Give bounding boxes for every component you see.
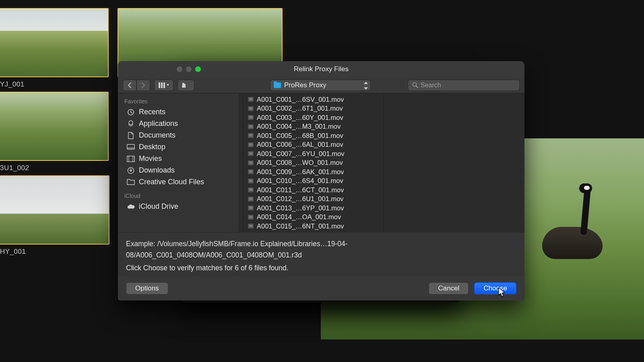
sidebar-item-label: Movies xyxy=(139,154,162,163)
sidebar-item-label: Desktop xyxy=(139,143,165,151)
sidebar-item-label: Downloads xyxy=(139,166,175,175)
svg-line-4 xyxy=(416,86,418,88)
path-popup[interactable]: ProRes Proxy xyxy=(270,80,371,91)
file-name: A001_C006_…6AL_001.mov xyxy=(257,141,343,148)
nav-back-button[interactable] xyxy=(123,80,136,91)
movie-file-icon xyxy=(248,197,254,202)
titlebar: Relink Proxy Files xyxy=(118,61,524,77)
file-row[interactable]: A001_C004_…M3_001.mov xyxy=(243,122,384,132)
search-input[interactable] xyxy=(421,82,515,89)
stepper-icon xyxy=(364,82,368,90)
file-row[interactable]: A001_C015_…6NT_001.mov xyxy=(243,222,384,231)
svg-point-3 xyxy=(413,83,417,86)
svg-rect-8 xyxy=(127,156,134,162)
file-name: A001_C003_…60Y_001.mov xyxy=(257,114,343,121)
clip-thumbnail[interactable] xyxy=(0,8,109,77)
file-row[interactable]: A001_C010_…6S4_001.mov xyxy=(243,177,384,186)
movie-file-icon xyxy=(248,215,254,220)
sidebar-heading-icloud: iCloud xyxy=(118,190,239,201)
clip-thumbnail[interactable] xyxy=(0,175,109,245)
folder-icon xyxy=(127,179,135,186)
file-row[interactable]: A001_C009_…6AK_001.mov xyxy=(243,167,384,177)
sidebar-item-creative-cloud[interactable]: Creative Cloud Files xyxy=(118,176,239,188)
file-name: A001_C001_…6SV_001.mov xyxy=(257,96,344,103)
movie-file-icon xyxy=(248,206,254,210)
sidebar-item-icloud-drive[interactable]: iCloud Drive xyxy=(118,201,239,212)
preview-column xyxy=(384,93,524,232)
sidebar-item-desktop[interactable]: Desktop xyxy=(118,141,239,153)
file-name: A001_C011_…6CT_001.mov xyxy=(257,186,344,194)
desktop-icon xyxy=(127,144,135,151)
search-icon xyxy=(412,82,418,88)
movie-file-icon xyxy=(248,160,254,165)
file-name: A001_C012_…6U1_001.mov xyxy=(257,195,344,203)
movie-file-icon xyxy=(248,97,254,102)
sidebar-item-downloads[interactable]: Downloads xyxy=(118,165,239,176)
sidebar-item-label: Applications xyxy=(139,119,178,128)
svg-rect-6 xyxy=(127,144,134,149)
relink-dialog: Relink Proxy Files ProRes xyxy=(118,61,524,300)
file-name: A001_C014_…OA_001.mov xyxy=(257,213,341,221)
status-text: Click Choose to verify matches for 6 of … xyxy=(126,262,516,274)
file-name: A001_C013_…6YP_001.mov xyxy=(257,204,344,212)
view-mode-button[interactable] xyxy=(154,80,173,91)
dialog-title: Relink Proxy Files xyxy=(118,65,524,73)
file-row[interactable]: A001_C012_…6U1_001.mov xyxy=(243,195,384,204)
clock-icon xyxy=(127,109,135,116)
movies-icon xyxy=(127,155,135,162)
file-row[interactable]: A001_C007_…6YU_001.mov xyxy=(243,149,384,158)
svg-rect-0 xyxy=(159,82,160,88)
sidebar-item-applications[interactable]: Applications xyxy=(118,118,239,130)
sidebar-item-recents[interactable]: Recents xyxy=(118,106,239,118)
file-row[interactable]: A001_C002_…6T1_001.mov xyxy=(243,104,384,113)
clip-label: 3U1_002 xyxy=(0,164,29,172)
example-path: Example: /Volumes/JellyfishSMB/Frame.io … xyxy=(126,238,516,261)
nav-forward-button[interactable] xyxy=(136,80,150,91)
sidebar-heading-favorites: Favorites xyxy=(118,96,239,106)
sidebar-item-documents[interactable]: Documents xyxy=(118,130,239,141)
downloads-icon xyxy=(127,167,135,174)
file-column[interactable]: A001_C001_…6SV_001.movA001_C002_…6T1_001… xyxy=(243,93,384,232)
movie-file-icon xyxy=(248,187,254,192)
movie-file-icon xyxy=(248,151,254,156)
file-name: A001_C009_…6AK_001.mov xyxy=(257,168,344,176)
document-icon xyxy=(127,132,135,139)
movie-file-icon xyxy=(248,124,254,129)
file-name: A001_C007_…6YU_001.mov xyxy=(257,150,344,158)
cloud-icon xyxy=(127,203,135,210)
options-button[interactable]: Options xyxy=(126,282,168,294)
svg-rect-1 xyxy=(161,82,163,88)
sidebar: Favorites Recents Applications Documents xyxy=(118,93,239,232)
sidebar-item-label: iCloud Drive xyxy=(139,202,178,211)
file-row[interactable]: A001_C011_…6CT_001.mov xyxy=(243,185,384,195)
movie-file-icon xyxy=(248,133,254,138)
clip-label: HY_001 xyxy=(0,248,26,256)
movie-file-icon xyxy=(248,169,254,174)
file-name: A001_C015_…6NT_001.mov xyxy=(257,222,344,230)
file-name: A001_C010_…6S4_001.mov xyxy=(257,177,343,185)
preview-goose-graphic xyxy=(566,187,603,255)
sidebar-item-label: Creative Cloud Files xyxy=(139,178,204,186)
file-row[interactable]: A001_C008_…WO_001.mov xyxy=(243,158,384,168)
movie-file-icon xyxy=(248,115,254,120)
file-row[interactable]: A001_C003_…60Y_001.mov xyxy=(243,113,384,122)
message-bar: Example: /Volumes/JellyfishSMB/Frame.io … xyxy=(118,232,524,278)
file-row[interactable]: A001_C014_…OA_001.mov xyxy=(243,213,384,222)
file-row[interactable]: A001_C001_…6SV_001.mov xyxy=(243,95,384,104)
choose-button[interactable]: Choose xyxy=(474,282,516,294)
clip-thumbnail[interactable] xyxy=(0,92,109,161)
movie-file-icon xyxy=(248,142,254,147)
clip-label: YJ_001 xyxy=(0,80,25,88)
file-row[interactable]: A001_C013_…6YP_001.mov xyxy=(243,204,384,213)
movie-file-icon xyxy=(248,179,254,183)
file-name: A001_C002_…6T1_001.mov xyxy=(257,105,343,112)
search-field[interactable] xyxy=(408,80,520,91)
cancel-button[interactable]: Cancel xyxy=(429,282,469,294)
group-button[interactable] xyxy=(178,80,194,91)
sidebar-item-label: Recents xyxy=(139,108,165,116)
sidebar-item-movies[interactable]: Movies xyxy=(118,153,239,165)
file-name: A001_C005_…68B_001.mov xyxy=(257,132,343,140)
file-row[interactable]: A001_C005_…68B_001.mov xyxy=(243,131,384,140)
movie-file-icon xyxy=(248,106,254,111)
file-row[interactable]: A001_C006_…6AL_001.mov xyxy=(243,140,384,150)
